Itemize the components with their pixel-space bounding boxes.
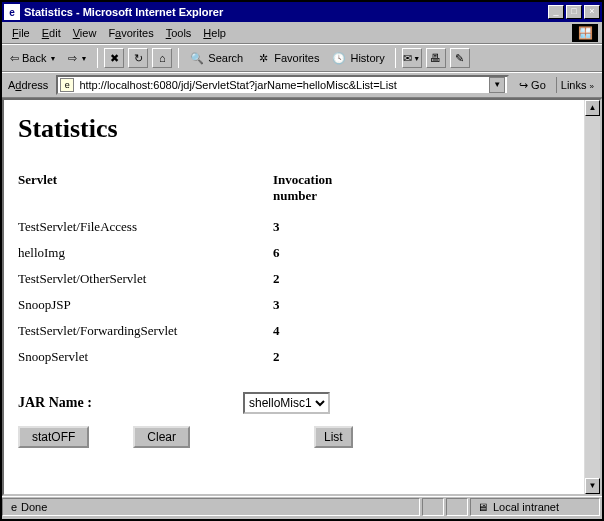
menu-file[interactable]: File <box>6 25 36 41</box>
home-icon: ⌂ <box>159 52 166 64</box>
cell-servlet: TestServlet/FileAccess <box>18 214 273 240</box>
scroll-track[interactable] <box>585 116 600 478</box>
cell-invocation-count: 2 <box>273 266 570 292</box>
list-button[interactable]: List <box>314 426 353 448</box>
mail-dropdown-icon: ▼ <box>413 55 420 62</box>
menu-help[interactable]: Help <box>197 25 232 41</box>
links-toolbar[interactable]: Links » <box>556 77 598 93</box>
refresh-button[interactable]: ↻ <box>128 48 148 68</box>
menu-edit-label: dit <box>49 27 61 39</box>
menu-tools[interactable]: Tools <box>160 25 198 41</box>
maximize-button[interactable]: □ <box>566 5 582 19</box>
scroll-down-button[interactable]: ▼ <box>585 478 600 494</box>
forward-dropdown-icon: ▼ <box>80 55 87 62</box>
status-spacer-1 <box>422 498 444 516</box>
status-text-cell: e Done <box>2 498 420 516</box>
address-dropdown-icon[interactable]: ▼ <box>489 77 505 93</box>
cell-servlet: helloImg <box>18 240 273 266</box>
clear-button[interactable]: Clear <box>133 426 190 448</box>
status-spacer-2 <box>446 498 468 516</box>
column-header-servlet: Servlet <box>18 168 273 214</box>
table-row: TestServlet/OtherServlet2 <box>18 266 570 292</box>
back-label: Back <box>22 52 46 64</box>
address-label: Address <box>6 79 50 91</box>
home-button[interactable]: ⌂ <box>152 48 172 68</box>
menu-view[interactable]: View <box>67 25 103 41</box>
back-dropdown-icon: ▼ <box>49 55 56 62</box>
statoff-button[interactable]: statOFF <box>18 426 89 448</box>
table-row: TestServlet/ForwardingServlet4 <box>18 318 570 344</box>
column-header-invocation: Invocation number <box>273 168 570 214</box>
jar-name-select[interactable]: shelloMisc1 <box>243 392 330 414</box>
mail-icon: ✉ <box>403 52 412 65</box>
go-button[interactable]: ↪ Go <box>515 77 550 94</box>
cell-servlet: TestServlet/ForwardingServlet <box>18 318 273 344</box>
cell-invocation-count: 3 <box>273 292 570 318</box>
address-bar: Address e ▼ ↪ Go Links » <box>2 72 602 98</box>
security-zone-text: Local intranet <box>493 501 559 513</box>
address-field[interactable]: e ▼ <box>56 75 509 95</box>
address-input[interactable] <box>77 78 489 92</box>
cell-invocation-count: 6 <box>273 240 570 266</box>
links-chevron-icon: » <box>590 82 594 91</box>
vertical-scrollbar[interactable]: ▲ ▼ <box>584 100 600 494</box>
window-controls: _ □ × <box>548 5 600 19</box>
menu-favorites[interactable]: Favorites <box>102 25 159 41</box>
button-row: statOFF Clear List <box>18 426 570 448</box>
cell-invocation-count: 3 <box>273 214 570 240</box>
column-header-invocation-l2: number <box>273 188 317 203</box>
window-title: Statistics - Microsoft Internet Explorer <box>24 6 548 18</box>
menu-favorites-label: vorites <box>121 27 153 39</box>
back-button[interactable]: ⇦ Back ▼ <box>6 50 60 67</box>
ie-status-icon: e <box>7 500 21 514</box>
history-button[interactable]: 🕓 History <box>327 48 388 68</box>
ie-app-icon: e <box>4 4 20 20</box>
menu-tools-label: ools <box>171 27 191 39</box>
menu-edit[interactable]: Edit <box>36 25 67 41</box>
table-row: SnoopServlet2 <box>18 344 570 370</box>
print-icon: 🖶 <box>430 52 441 64</box>
toolbar: ⇦ Back ▼ ⇨ ▼ ✖ ↻ ⌂ 🔍 Search ✲ Favorites … <box>2 44 602 72</box>
search-icon: 🔍 <box>189 50 205 66</box>
history-label: History <box>350 52 384 64</box>
statistics-table: Servlet Invocation number TestServlet/Fi… <box>18 168 570 370</box>
table-row: TestServlet/FileAccess3 <box>18 214 570 240</box>
print-button[interactable]: 🖶 <box>426 48 446 68</box>
stop-icon: ✖ <box>110 52 119 65</box>
cell-invocation-count: 2 <box>273 344 570 370</box>
title-bar: e Statistics - Microsoft Internet Explor… <box>2 2 602 22</box>
back-arrow-icon: ⇦ <box>10 52 19 65</box>
minimize-button[interactable]: _ <box>548 5 564 19</box>
page-icon: e <box>60 78 74 92</box>
go-label: Go <box>531 79 546 91</box>
content-viewport: Statistics Servlet Invocation number Tes… <box>2 98 602 496</box>
table-row: helloImg6 <box>18 240 570 266</box>
menu-file-label: ile <box>19 27 30 39</box>
favorites-icon: ✲ <box>255 50 271 66</box>
search-label: Search <box>208 52 243 64</box>
toolbar-separator <box>97 48 98 68</box>
zone-icon: 🖥 <box>475 500 489 514</box>
page-heading: Statistics <box>18 114 570 144</box>
forward-button[interactable]: ⇨ ▼ <box>64 50 91 67</box>
cell-servlet: TestServlet/OtherServlet <box>18 266 273 292</box>
mail-button[interactable]: ✉▼ <box>402 48 422 68</box>
refresh-icon: ↻ <box>134 52 143 65</box>
jar-name-label: JAR Name : <box>18 395 243 411</box>
history-icon: 🕓 <box>331 50 347 66</box>
links-label: Links <box>561 79 587 91</box>
go-icon: ↪ <box>519 79 528 92</box>
cell-servlet: SnoopJSP <box>18 292 273 318</box>
column-header-invocation-l1: Invocation <box>273 172 332 187</box>
search-button[interactable]: 🔍 Search <box>185 48 247 68</box>
cell-servlet: SnoopServlet <box>18 344 273 370</box>
cell-invocation-count: 4 <box>273 318 570 344</box>
scroll-up-button[interactable]: ▲ <box>585 100 600 116</box>
forward-arrow-icon: ⇨ <box>68 52 77 65</box>
stop-button[interactable]: ✖ <box>104 48 124 68</box>
menu-help-label: elp <box>211 27 226 39</box>
favorites-button[interactable]: ✲ Favorites <box>251 48 323 68</box>
close-button[interactable]: × <box>584 5 600 19</box>
edit-button[interactable]: ✎ <box>450 48 470 68</box>
table-row: SnoopJSP3 <box>18 292 570 318</box>
